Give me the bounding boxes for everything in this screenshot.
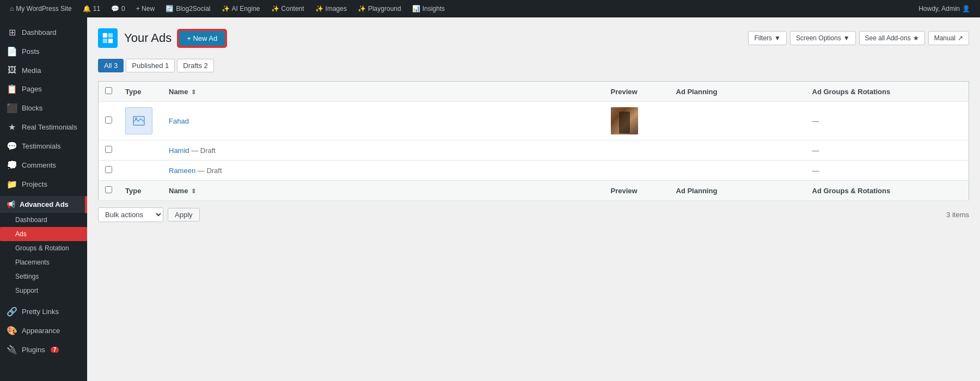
- bulk-actions-select[interactable]: Bulk actions Delete: [98, 207, 163, 222]
- svg-rect-3: [108, 39, 113, 43]
- sidebar-label-blocks: Blocks: [22, 104, 42, 112]
- sidebar-item-advanced-ads[interactable]: 📢 Advanced Ads: [0, 196, 87, 213]
- tfh-preview-label: Preview: [611, 187, 638, 195]
- ai-engine-link[interactable]: ✨ AI Engine: [217, 0, 265, 17]
- see-all-addons-label: See all Add-ons: [865, 34, 911, 42]
- ad-link-rameen[interactable]: Rameen: [169, 167, 195, 175]
- ad-preview-thumb-fahad: [611, 107, 638, 134]
- external-link-icon: ↗: [958, 34, 963, 42]
- select-all-bottom-checkbox[interactable]: [105, 186, 112, 193]
- sidebar-item-projects[interactable]: 📁 Projects: [0, 175, 87, 194]
- sidebar-item-testimonials[interactable]: 💬 Testimonials: [0, 137, 87, 156]
- filters-button[interactable]: Filters ▼: [748, 31, 787, 45]
- comments-link[interactable]: 💬 0: [107, 0, 130, 17]
- sidebar-item-pretty-links[interactable]: 🔗 Pretty Links: [0, 302, 87, 321]
- new-content-link[interactable]: + New: [132, 0, 159, 17]
- svg-rect-0: [103, 33, 107, 38]
- sidebar-item-pages[interactable]: 📋 Pages: [0, 79, 87, 99]
- draft-label-hamid: — Draft: [191, 146, 216, 155]
- sidebar-item-blocks[interactable]: ⬛ Blocks: [0, 99, 87, 118]
- th-name-label: Name: [169, 88, 188, 96]
- insights-icon: 📊: [412, 5, 420, 13]
- filters-label: Filters: [754, 34, 772, 42]
- th-checkbox: [99, 82, 119, 102]
- playground-link[interactable]: ✨ Playground: [353, 0, 406, 17]
- sidebar-subitem-aa-dashboard[interactable]: Dashboard: [0, 213, 87, 227]
- tab-drafts[interactable]: Drafts 2: [177, 59, 214, 72]
- site-name-link[interactable]: ⌂ My WordPress Site: [5, 0, 76, 17]
- row-groups-value-rameen: —: [812, 167, 819, 175]
- th-name[interactable]: Name ⇕: [162, 82, 604, 102]
- images-link[interactable]: ✨ Images: [311, 0, 351, 17]
- blog2social-link[interactable]: 🔄 Blog2Social: [161, 0, 215, 17]
- tfh-name[interactable]: Name ⇕: [162, 181, 604, 201]
- notifications-link[interactable]: 🔔 11: [78, 0, 105, 17]
- star-icon: ★: [913, 34, 919, 42]
- ads-table: Type Name ⇕ Preview Ad Planning Ad Group…: [98, 81, 969, 201]
- see-all-addons-button[interactable]: See all Add-ons ★: [859, 31, 925, 45]
- select-all-checkbox[interactable]: [105, 87, 112, 94]
- row-name-fahad: Fahad: [162, 102, 604, 140]
- row-planning-fahad: [670, 102, 806, 140]
- sidebar-item-plugins[interactable]: 🔌 Plugins 7: [0, 340, 87, 359]
- sidebar-label-plugins: Plugins: [22, 346, 45, 354]
- sidebar-item-posts[interactable]: 📄 Posts: [0, 42, 87, 61]
- sidebar-label-advanced-ads: Advanced Ads: [20, 200, 69, 208]
- ai-engine-label: AI Engine: [232, 5, 260, 13]
- sidebar-sublabel-aa-groups: Groups & Rotation: [15, 244, 69, 252]
- manual-label: Manual: [934, 34, 955, 42]
- sidebar-sublabel-aa-ads: Ads: [15, 230, 27, 238]
- site-name-text: My WordPress Site: [16, 5, 71, 13]
- ad-link-fahad[interactable]: Fahad: [169, 117, 189, 125]
- sidebar-label-media: Media: [22, 66, 41, 75]
- new-ad-button[interactable]: + New Ad: [178, 30, 226, 47]
- sidebar-subitem-aa-placements[interactable]: Placements: [0, 255, 87, 269]
- ad-link-hamid[interactable]: Hamid: [169, 146, 189, 155]
- sidebar-subitem-aa-groups[interactable]: Groups & Rotation: [0, 241, 87, 255]
- comments-icon: 💭: [7, 160, 17, 170]
- row-name-rameen: Rameen — Draft: [162, 161, 604, 181]
- sidebar-subitem-aa-ads[interactable]: Ads: [0, 227, 87, 241]
- sidebar-item-dashboard[interactable]: ⊞ Dashboard: [0, 23, 87, 42]
- row-checkbox-fahad[interactable]: [105, 116, 112, 124]
- tab-all[interactable]: All 3: [98, 59, 124, 72]
- tfh-groups: Ad Groups & Rotations: [806, 181, 969, 201]
- sidebar-subitem-aa-support[interactable]: Support: [0, 284, 87, 298]
- sidebar-item-appearance[interactable]: 🎨 Appearance: [0, 321, 87, 340]
- user-greeting[interactable]: Howdy, Admin 👤: [914, 0, 975, 17]
- sidebar-item-media[interactable]: 🖼 Media: [0, 61, 87, 79]
- sidebar-label-pages: Pages: [22, 85, 42, 93]
- tfh-name-label: Name: [169, 187, 188, 195]
- pretty-links-icon: 🔗: [7, 306, 17, 317]
- content-link[interactable]: ✨ Content: [267, 0, 309, 17]
- row-checkbox-hamid[interactable]: [105, 146, 112, 153]
- page-title: Your Ads: [124, 31, 171, 45]
- sidebar-label-appearance: Appearance: [22, 327, 60, 335]
- tfh-preview: Preview: [604, 181, 670, 201]
- tab-published[interactable]: Published 1: [126, 59, 175, 72]
- row-groups-value-hamid: —: [812, 146, 819, 155]
- row-check-fahad: [99, 102, 119, 140]
- row-type-rameen: [119, 161, 162, 181]
- sidebar-label-dashboard: Dashboard: [22, 28, 57, 36]
- sidebar-subitem-aa-settings[interactable]: Settings: [0, 269, 87, 284]
- tfh-type: Type: [119, 181, 162, 201]
- tfh-groups-label: Ad Groups & Rotations: [812, 187, 891, 195]
- main-content: Your Ads + New Ad Filters ▼ Screen Optio…: [87, 17, 980, 381]
- projects-icon: 📁: [7, 179, 17, 189]
- th-planning-label: Ad Planning: [676, 88, 718, 96]
- sidebar: ⊞ Dashboard 📄 Posts 🖼 Media 📋 Pages ⬛ Bl…: [0, 17, 87, 381]
- playground-icon: ✨: [358, 5, 366, 13]
- sidebar-item-comments[interactable]: 💭 Comments: [0, 156, 87, 175]
- dashboard-icon: ⊞: [7, 27, 17, 38]
- th-type-label: Type: [125, 88, 141, 96]
- manual-button[interactable]: Manual ↗: [928, 31, 969, 45]
- row-checkbox-rameen[interactable]: [105, 166, 112, 173]
- screen-options-button[interactable]: Screen Options ▼: [790, 31, 856, 45]
- apply-button[interactable]: Apply: [168, 208, 200, 222]
- blocks-icon: ⬛: [7, 103, 17, 113]
- table-row: Fahad —: [99, 102, 969, 140]
- sidebar-item-real-testimonials[interactable]: ★ Real Testimonials: [0, 118, 87, 137]
- insights-link[interactable]: 📊 Insights: [408, 0, 449, 17]
- media-icon: 🖼: [7, 65, 17, 75]
